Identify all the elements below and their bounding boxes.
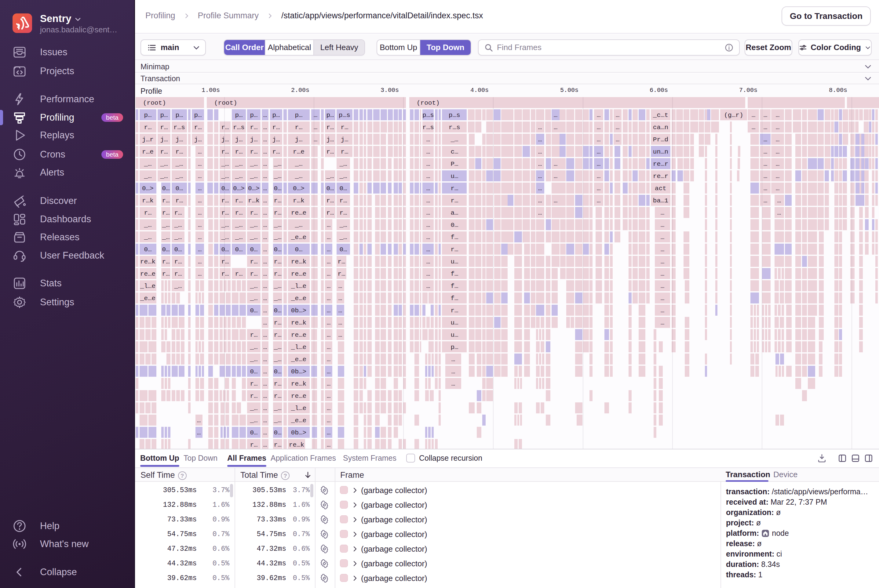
svg-text:_…: _… [234,234,242,241]
svg-text:…: … [338,332,343,339]
svg-text:…: … [263,368,267,375]
svg-text:r…k: r…k [248,197,260,204]
svg-text:r…: r… [162,197,170,204]
svg-text:r…: r… [250,380,257,387]
svg-text:0…>: 0…> [142,185,153,192]
svg-text:…: … [198,270,202,278]
svg-text:…: … [263,393,267,400]
svg-text:r…: r… [250,258,257,265]
svg-text:0…: 0… [295,246,302,253]
svg-text:0…: 0… [273,307,281,314]
svg-text:_…: _… [339,222,347,229]
svg-text:(root): (root) [416,99,440,106]
svg-text:…: … [554,173,558,180]
svg-text:r…: r… [250,209,257,216]
svg-text:_…: _… [174,283,182,290]
svg-text:…: … [538,124,542,131]
svg-text:…: … [451,380,455,387]
svg-text:j…: j… [194,136,201,143]
svg-text:r…: r… [175,148,183,155]
svg-text:r…: r… [221,209,229,216]
svg-text:…: … [538,136,542,143]
svg-text:r…: r… [160,124,168,131]
svg-text:r…: r… [250,441,257,448]
svg-text:p…: p… [235,112,242,119]
svg-text:…: … [263,295,267,302]
svg-text:…: … [426,197,430,204]
svg-text:…: … [263,307,267,314]
svg-text:…: … [198,185,202,192]
svg-text:…: … [263,112,267,119]
svg-text:(g…r): (g…r) [724,112,743,119]
svg-text:…: … [198,197,202,204]
svg-text:…: … [426,283,430,290]
svg-text:…: … [763,160,768,168]
svg-text:…: … [327,332,331,339]
svg-text:…: … [616,136,620,143]
svg-text:r…: r… [144,209,152,216]
svg-text:r…: r… [250,332,257,339]
svg-text:0…: 0… [221,246,229,253]
svg-text:0…>: 0…> [233,185,245,192]
svg-text:r…: r… [338,258,345,265]
svg-text:re…k: re…k [289,441,304,448]
svg-text:p…: p… [451,344,458,351]
svg-text:…: … [661,246,664,253]
svg-text:j…: j… [160,136,168,143]
svg-text:_…: _… [160,173,168,180]
svg-text:r…: r… [339,209,347,216]
svg-text:…: … [327,320,331,326]
svg-text:ca…n: ca…n [653,124,668,131]
svg-text:u…: u… [451,320,458,326]
svg-text:…: … [616,124,620,131]
svg-text:r…: r… [326,148,334,155]
svg-text:_e…e: _e…e [291,295,307,302]
svg-text:act: act [655,185,666,192]
svg-text:p…s: p…s [339,112,350,119]
svg-text:r…: r… [174,209,182,216]
svg-text:r…: r… [175,197,183,204]
svg-text:…: … [327,270,331,278]
svg-text:_e…e: _e…e [291,356,307,363]
svg-text:_…: _… [249,160,257,168]
svg-text:0…: 0… [451,222,458,229]
svg-text:_…: _… [273,356,281,363]
svg-text:_…: _… [144,222,152,229]
svg-text:r…: r… [221,148,229,155]
svg-text:…: … [263,332,267,339]
svg-text:…: … [538,173,542,180]
svg-text:0…: 0… [250,368,257,375]
svg-text:_…: _… [162,234,170,241]
svg-text:r…: r… [273,441,281,448]
svg-text:0…: 0… [162,246,170,253]
svg-text:…: … [198,173,202,180]
svg-text:_…: _… [221,160,229,168]
svg-text:…: … [763,124,768,131]
svg-text:…: … [538,148,542,155]
svg-text:…: … [327,380,331,387]
svg-text:_…: _… [273,405,281,412]
svg-text:…: … [661,258,664,265]
svg-text:0…: 0… [339,246,347,253]
svg-text:_…: _… [249,234,257,241]
svg-text:…: … [776,160,780,168]
svg-text:r…: r… [451,197,458,204]
svg-text:0b…>: 0b…> [291,307,307,314]
svg-text:f…: f… [451,283,458,290]
svg-text:…: … [597,112,601,119]
svg-text:_…: _… [295,173,302,180]
svg-text:r…: r… [272,124,280,131]
svg-text:…: … [426,185,430,192]
svg-text:…: … [327,295,331,302]
svg-text:j…: j… [221,136,229,143]
svg-text:r…: r… [273,332,281,339]
svg-text:…: … [763,112,768,119]
svg-text:re…e: re…e [291,209,307,216]
svg-text:…: … [661,307,664,314]
svg-text:…: … [263,356,267,363]
svg-text:_…: _… [273,295,281,302]
svg-text:r…: r… [160,148,168,155]
svg-text:0…>: 0…> [248,185,260,192]
svg-text:…: … [776,148,780,155]
svg-text:r…: r… [272,148,280,155]
